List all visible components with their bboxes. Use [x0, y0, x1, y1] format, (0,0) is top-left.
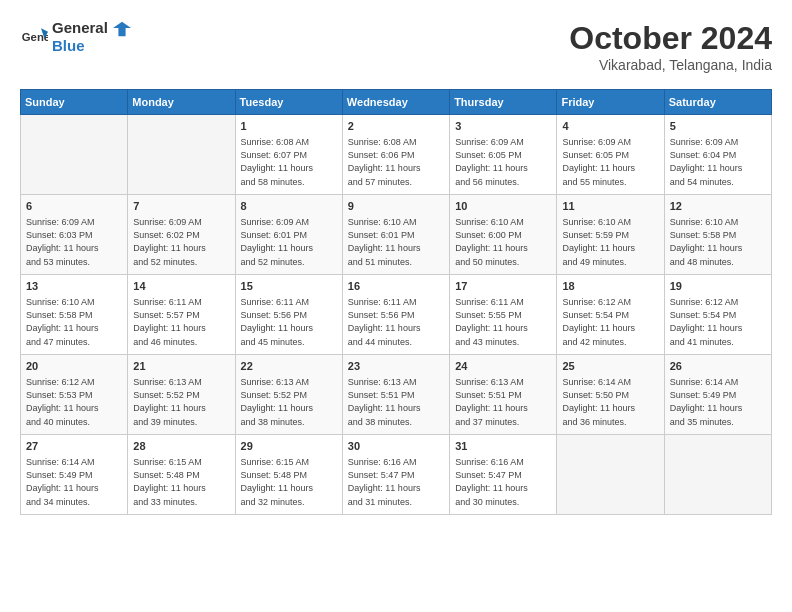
calendar-cell: 19Sunrise: 6:12 AM Sunset: 5:54 PM Dayli… [664, 275, 771, 355]
calendar-cell: 28Sunrise: 6:15 AM Sunset: 5:48 PM Dayli… [128, 435, 235, 515]
day-info: Sunrise: 6:14 AM Sunset: 5:49 PM Dayligh… [670, 376, 766, 428]
day-number: 19 [670, 279, 766, 294]
calendar-cell: 15Sunrise: 6:11 AM Sunset: 5:56 PM Dayli… [235, 275, 342, 355]
day-number: 3 [455, 119, 551, 134]
day-info: Sunrise: 6:12 AM Sunset: 5:54 PM Dayligh… [670, 296, 766, 348]
day-number: 12 [670, 199, 766, 214]
calendar-cell [664, 435, 771, 515]
day-info: Sunrise: 6:09 AM Sunset: 6:01 PM Dayligh… [241, 216, 337, 268]
day-number: 30 [348, 439, 444, 454]
day-number: 9 [348, 199, 444, 214]
day-info: Sunrise: 6:15 AM Sunset: 5:48 PM Dayligh… [241, 456, 337, 508]
day-info: Sunrise: 6:11 AM Sunset: 5:56 PM Dayligh… [241, 296, 337, 348]
day-number: 16 [348, 279, 444, 294]
weekday-header-sunday: Sunday [21, 90, 128, 115]
day-number: 4 [562, 119, 658, 134]
calendar-week-row: 20Sunrise: 6:12 AM Sunset: 5:53 PM Dayli… [21, 355, 772, 435]
calendar-cell: 9Sunrise: 6:10 AM Sunset: 6:01 PM Daylig… [342, 195, 449, 275]
location: Vikarabad, Telangana, India [569, 57, 772, 73]
day-info: Sunrise: 6:15 AM Sunset: 5:48 PM Dayligh… [133, 456, 229, 508]
day-info: Sunrise: 6:14 AM Sunset: 5:50 PM Dayligh… [562, 376, 658, 428]
day-number: 27 [26, 439, 122, 454]
calendar-week-row: 1Sunrise: 6:08 AM Sunset: 6:07 PM Daylig… [21, 115, 772, 195]
day-info: Sunrise: 6:08 AM Sunset: 6:06 PM Dayligh… [348, 136, 444, 188]
day-info: Sunrise: 6:12 AM Sunset: 5:53 PM Dayligh… [26, 376, 122, 428]
day-number: 14 [133, 279, 229, 294]
calendar-cell: 11Sunrise: 6:10 AM Sunset: 5:59 PM Dayli… [557, 195, 664, 275]
day-info: Sunrise: 6:10 AM Sunset: 5:58 PM Dayligh… [26, 296, 122, 348]
calendar-cell: 26Sunrise: 6:14 AM Sunset: 5:49 PM Dayli… [664, 355, 771, 435]
day-number: 20 [26, 359, 122, 374]
day-info: Sunrise: 6:14 AM Sunset: 5:49 PM Dayligh… [26, 456, 122, 508]
calendar-cell [128, 115, 235, 195]
logo: General General Blue [20, 20, 131, 55]
calendar-cell: 27Sunrise: 6:14 AM Sunset: 5:49 PM Dayli… [21, 435, 128, 515]
logo-general: General [52, 19, 108, 36]
calendar-cell: 14Sunrise: 6:11 AM Sunset: 5:57 PM Dayli… [128, 275, 235, 355]
day-info: Sunrise: 6:13 AM Sunset: 5:51 PM Dayligh… [455, 376, 551, 428]
calendar-cell: 18Sunrise: 6:12 AM Sunset: 5:54 PM Dayli… [557, 275, 664, 355]
calendar-table: SundayMondayTuesdayWednesdayThursdayFrid… [20, 89, 772, 515]
calendar-cell: 29Sunrise: 6:15 AM Sunset: 5:48 PM Dayli… [235, 435, 342, 515]
svg-marker-2 [113, 22, 131, 36]
month-title: October 2024 [569, 20, 772, 57]
day-info: Sunrise: 6:09 AM Sunset: 6:02 PM Dayligh… [133, 216, 229, 268]
day-number: 28 [133, 439, 229, 454]
day-number: 26 [670, 359, 766, 374]
day-number: 6 [26, 199, 122, 214]
day-info: Sunrise: 6:11 AM Sunset: 5:55 PM Dayligh… [455, 296, 551, 348]
day-number: 17 [455, 279, 551, 294]
day-number: 5 [670, 119, 766, 134]
day-info: Sunrise: 6:09 AM Sunset: 6:04 PM Dayligh… [670, 136, 766, 188]
day-number: 13 [26, 279, 122, 294]
calendar-cell: 30Sunrise: 6:16 AM Sunset: 5:47 PM Dayli… [342, 435, 449, 515]
weekday-header-monday: Monday [128, 90, 235, 115]
calendar-cell [21, 115, 128, 195]
day-info: Sunrise: 6:12 AM Sunset: 5:54 PM Dayligh… [562, 296, 658, 348]
day-number: 11 [562, 199, 658, 214]
calendar-cell: 6Sunrise: 6:09 AM Sunset: 6:03 PM Daylig… [21, 195, 128, 275]
day-info: Sunrise: 6:10 AM Sunset: 6:01 PM Dayligh… [348, 216, 444, 268]
calendar-cell: 1Sunrise: 6:08 AM Sunset: 6:07 PM Daylig… [235, 115, 342, 195]
day-info: Sunrise: 6:13 AM Sunset: 5:52 PM Dayligh… [241, 376, 337, 428]
day-number: 15 [241, 279, 337, 294]
day-info: Sunrise: 6:09 AM Sunset: 6:03 PM Dayligh… [26, 216, 122, 268]
calendar-cell: 8Sunrise: 6:09 AM Sunset: 6:01 PM Daylig… [235, 195, 342, 275]
day-info: Sunrise: 6:09 AM Sunset: 6:05 PM Dayligh… [455, 136, 551, 188]
day-number: 31 [455, 439, 551, 454]
logo-icon: General [20, 23, 48, 51]
calendar-cell [557, 435, 664, 515]
logo-blue: Blue [52, 38, 131, 55]
day-number: 29 [241, 439, 337, 454]
weekday-header-friday: Friday [557, 90, 664, 115]
calendar-week-row: 13Sunrise: 6:10 AM Sunset: 5:58 PM Dayli… [21, 275, 772, 355]
day-number: 24 [455, 359, 551, 374]
calendar-week-row: 27Sunrise: 6:14 AM Sunset: 5:49 PM Dayli… [21, 435, 772, 515]
day-number: 21 [133, 359, 229, 374]
day-info: Sunrise: 6:11 AM Sunset: 5:57 PM Dayligh… [133, 296, 229, 348]
day-info: Sunrise: 6:11 AM Sunset: 5:56 PM Dayligh… [348, 296, 444, 348]
day-number: 22 [241, 359, 337, 374]
calendar-cell: 13Sunrise: 6:10 AM Sunset: 5:58 PM Dayli… [21, 275, 128, 355]
calendar-cell: 25Sunrise: 6:14 AM Sunset: 5:50 PM Dayli… [557, 355, 664, 435]
day-info: Sunrise: 6:16 AM Sunset: 5:47 PM Dayligh… [348, 456, 444, 508]
day-info: Sunrise: 6:10 AM Sunset: 5:59 PM Dayligh… [562, 216, 658, 268]
day-number: 10 [455, 199, 551, 214]
calendar-cell: 7Sunrise: 6:09 AM Sunset: 6:02 PM Daylig… [128, 195, 235, 275]
calendar-cell: 4Sunrise: 6:09 AM Sunset: 6:05 PM Daylig… [557, 115, 664, 195]
day-info: Sunrise: 6:16 AM Sunset: 5:47 PM Dayligh… [455, 456, 551, 508]
day-number: 7 [133, 199, 229, 214]
day-number: 1 [241, 119, 337, 134]
day-number: 2 [348, 119, 444, 134]
day-number: 8 [241, 199, 337, 214]
day-info: Sunrise: 6:09 AM Sunset: 6:05 PM Dayligh… [562, 136, 658, 188]
day-info: Sunrise: 6:08 AM Sunset: 6:07 PM Dayligh… [241, 136, 337, 188]
calendar-week-row: 6Sunrise: 6:09 AM Sunset: 6:03 PM Daylig… [21, 195, 772, 275]
calendar-cell: 21Sunrise: 6:13 AM Sunset: 5:52 PM Dayli… [128, 355, 235, 435]
calendar-cell: 23Sunrise: 6:13 AM Sunset: 5:51 PM Dayli… [342, 355, 449, 435]
calendar-cell: 5Sunrise: 6:09 AM Sunset: 6:04 PM Daylig… [664, 115, 771, 195]
day-number: 18 [562, 279, 658, 294]
calendar-cell: 24Sunrise: 6:13 AM Sunset: 5:51 PM Dayli… [450, 355, 557, 435]
page-header: General General Blue October 2024 Vikara… [20, 20, 772, 73]
logo-bird-icon [113, 20, 131, 38]
